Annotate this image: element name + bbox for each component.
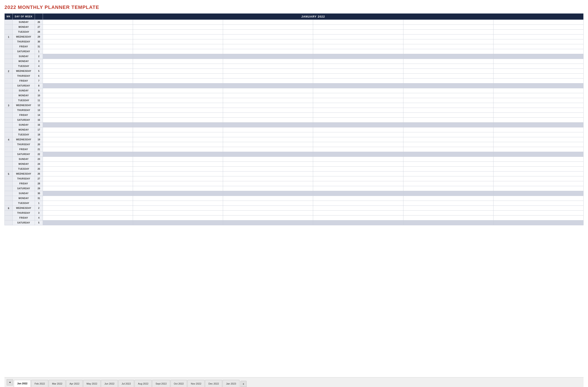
data-cell[interactable] xyxy=(403,206,493,211)
data-cell[interactable] xyxy=(403,157,493,162)
data-cell[interactable] xyxy=(133,152,223,157)
data-cell[interactable] xyxy=(313,35,403,39)
data-cell[interactable] xyxy=(223,113,313,118)
data-cell[interactable] xyxy=(223,211,313,215)
data-cell[interactable] xyxy=(133,206,223,211)
data-cell[interactable] xyxy=(223,118,313,123)
data-cell[interactable] xyxy=(493,123,583,128)
data-cell[interactable] xyxy=(493,20,583,25)
tab-prev-button[interactable]: ◄ xyxy=(7,379,13,386)
data-cell[interactable] xyxy=(43,220,133,225)
data-cell[interactable] xyxy=(223,98,313,103)
data-cell[interactable] xyxy=(133,103,223,108)
data-cell[interactable] xyxy=(313,49,403,54)
data-cell[interactable] xyxy=(313,211,403,215)
data-cell[interactable] xyxy=(223,181,313,186)
data-cell[interactable] xyxy=(313,191,403,196)
data-cell[interactable] xyxy=(313,69,403,74)
data-cell[interactable] xyxy=(403,142,493,147)
data-cell[interactable] xyxy=(403,196,493,201)
data-cell[interactable] xyxy=(313,93,403,98)
data-cell[interactable] xyxy=(493,74,583,79)
data-cell[interactable] xyxy=(403,167,493,172)
data-cell[interactable] xyxy=(223,215,313,220)
data-cell[interactable] xyxy=(43,69,133,74)
data-cell[interactable] xyxy=(133,128,223,132)
data-cell[interactable] xyxy=(313,147,403,152)
tab-may-2022[interactable]: May 2022 xyxy=(83,380,101,387)
data-cell[interactable] xyxy=(493,176,583,181)
data-cell[interactable] xyxy=(133,30,223,35)
data-cell[interactable] xyxy=(223,176,313,181)
data-cell[interactable] xyxy=(313,113,403,118)
data-cell[interactable] xyxy=(493,147,583,152)
data-cell[interactable] xyxy=(313,201,403,206)
data-cell[interactable] xyxy=(493,98,583,103)
data-cell[interactable] xyxy=(403,201,493,206)
data-cell[interactable] xyxy=(493,215,583,220)
tab-sept-2022[interactable]: Sept 2022 xyxy=(152,380,170,387)
data-cell[interactable] xyxy=(493,44,583,49)
data-cell[interactable] xyxy=(493,152,583,157)
data-cell[interactable] xyxy=(43,88,133,93)
data-cell[interactable] xyxy=(403,88,493,93)
data-cell[interactable] xyxy=(223,132,313,137)
data-cell[interactable] xyxy=(403,108,493,113)
data-cell[interactable] xyxy=(313,20,403,25)
data-cell[interactable] xyxy=(223,30,313,35)
data-cell[interactable] xyxy=(223,186,313,191)
data-cell[interactable] xyxy=(493,118,583,123)
data-cell[interactable] xyxy=(493,220,583,225)
data-cell[interactable] xyxy=(223,137,313,142)
data-cell[interactable] xyxy=(313,128,403,132)
data-cell[interactable] xyxy=(43,211,133,215)
data-cell[interactable] xyxy=(313,220,403,225)
data-cell[interactable] xyxy=(43,54,133,59)
data-cell[interactable] xyxy=(133,118,223,123)
data-cell[interactable] xyxy=(133,79,223,84)
data-cell[interactable] xyxy=(313,215,403,220)
data-cell[interactable] xyxy=(133,201,223,206)
data-cell[interactable] xyxy=(493,108,583,113)
data-cell[interactable] xyxy=(403,64,493,69)
data-cell[interactable] xyxy=(403,59,493,64)
data-cell[interactable] xyxy=(493,79,583,84)
data-cell[interactable] xyxy=(223,25,313,30)
tab-apr-2022[interactable]: Apr 2022 xyxy=(66,380,83,387)
data-cell[interactable] xyxy=(313,176,403,181)
data-cell[interactable] xyxy=(493,137,583,142)
data-cell[interactable] xyxy=(403,215,493,220)
data-cell[interactable] xyxy=(403,98,493,103)
data-cell[interactable] xyxy=(493,211,583,215)
data-cell[interactable] xyxy=(313,206,403,211)
data-cell[interactable] xyxy=(223,196,313,201)
data-cell[interactable] xyxy=(223,201,313,206)
data-cell[interactable] xyxy=(133,88,223,93)
data-cell[interactable] xyxy=(223,147,313,152)
tab-mar-2022[interactable]: Mar 2022 xyxy=(49,380,66,387)
data-cell[interactable] xyxy=(223,49,313,54)
data-cell[interactable] xyxy=(43,152,133,157)
data-cell[interactable] xyxy=(43,64,133,69)
data-cell[interactable] xyxy=(313,162,403,167)
data-cell[interactable] xyxy=(133,220,223,225)
data-cell[interactable] xyxy=(493,132,583,137)
data-cell[interactable] xyxy=(493,39,583,44)
data-cell[interactable] xyxy=(43,44,133,49)
data-cell[interactable] xyxy=(43,113,133,118)
data-cell[interactable] xyxy=(493,201,583,206)
data-cell[interactable] xyxy=(43,79,133,84)
data-cell[interactable] xyxy=(313,118,403,123)
data-cell[interactable] xyxy=(223,128,313,132)
data-cell[interactable] xyxy=(133,49,223,54)
data-cell[interactable] xyxy=(403,79,493,84)
data-cell[interactable] xyxy=(223,172,313,176)
data-cell[interactable] xyxy=(43,123,133,128)
data-cell[interactable] xyxy=(493,128,583,132)
data-cell[interactable] xyxy=(403,137,493,142)
data-cell[interactable] xyxy=(403,128,493,132)
data-cell[interactable] xyxy=(403,211,493,215)
data-cell[interactable] xyxy=(493,30,583,35)
data-cell[interactable] xyxy=(133,137,223,142)
data-cell[interactable] xyxy=(133,54,223,59)
